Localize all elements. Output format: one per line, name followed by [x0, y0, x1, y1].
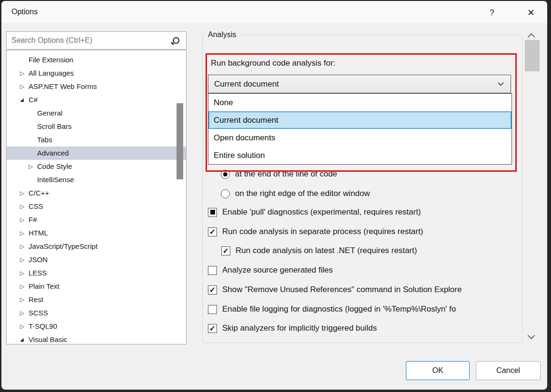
tree-expander-icon[interactable]: ◢	[20, 93, 29, 107]
tree-item[interactable]: ▷ HTML	[7, 226, 186, 240]
tree-item[interactable]: ▷ CSS	[7, 200, 186, 213]
tree-expander-icon[interactable]: ▷	[29, 160, 37, 173]
tree-item-label: C#	[29, 93, 38, 107]
tree-expander-icon[interactable]: ▷	[20, 293, 29, 306]
dropdown-option[interactable]: Entire solution	[208, 147, 512, 164]
tree-item-label: C/C++	[29, 186, 49, 200]
checkbox-icon: ✓	[221, 246, 230, 255]
dropdown-label: Run background code analysis for:	[211, 59, 335, 68]
checkbox-icon	[208, 266, 217, 275]
dropdown-option[interactable]: Open documents	[208, 129, 512, 147]
tree-scrollbar-thumb[interactable]	[177, 103, 183, 179]
tree-item[interactable]: ▷ All Languages	[7, 67, 186, 80]
tree-item-label: Visual Basic	[29, 333, 67, 344]
tree-item-label: LESS	[29, 266, 47, 280]
search-input[interactable]	[7, 36, 173, 45]
radio-icon	[221, 189, 230, 198]
tree-item[interactable]: ▷ LESS	[7, 266, 186, 280]
tree-item-label: SCSS	[29, 306, 48, 320]
tree-item-label: Rest	[29, 293, 43, 306]
checkbox-label: Run code analysis on latest .NET (requir…	[236, 246, 417, 255]
options-dialog: Options ? ✕ File Extension ▷ All Languag…	[1, 1, 547, 390]
tree-item[interactable]: File Extension	[7, 53, 186, 67]
tree-item-label: Advanced	[37, 147, 69, 160]
tree-item[interactable]: ▷ JavaScript/TypeScript	[7, 240, 186, 253]
radio-option[interactable]: at the end of the line of code	[221, 168, 337, 180]
help-icon[interactable]: ?	[484, 6, 500, 20]
tree-expander-icon[interactable]: ▷	[20, 67, 29, 80]
tree-item[interactable]: IntelliSense	[7, 173, 186, 186]
tree-item-label: CSS	[29, 200, 43, 213]
tree-item[interactable]: ▷ ASP.NET Web Forms	[7, 80, 186, 93]
tree-item[interactable]: ◢ Visual Basic	[7, 333, 186, 344]
combobox-value: Current document	[208, 79, 499, 89]
checkbox-label: Skip analyzers for implicitly triggered …	[222, 323, 377, 333]
radio-option[interactable]: on the right edge of the editor window	[221, 187, 370, 200]
checkbox-icon: ✓	[208, 324, 217, 333]
checkbox-option[interactable]: Analyze source generated files	[208, 264, 333, 276]
checkbox-option[interactable]: ✓ Show "Remove Unused References" comman…	[208, 284, 462, 296]
tree-item-label: HTML	[29, 226, 48, 240]
ok-button[interactable]: OK	[406, 361, 470, 380]
tree-expander-icon[interactable]: ▷	[20, 306, 29, 320]
tree-item-label: Scroll Bars	[37, 120, 72, 133]
tree-expander-icon[interactable]: ▷	[20, 213, 29, 226]
checkbox-label: Analyze source generated files	[222, 265, 333, 275]
tree-expander-icon[interactable]: ▷	[20, 320, 29, 333]
checkbox-option[interactable]: ✓ Run code analysis in separate process …	[208, 225, 423, 238]
dropdown-option[interactable]: Current document	[208, 111, 512, 129]
tree-item[interactable]: ▷ Code Style	[7, 160, 186, 173]
tree-item-label: T-SQL90	[29, 320, 57, 333]
tree-item[interactable]: ▷ T-SQL90	[7, 320, 186, 333]
tree-expander-icon[interactable]: ▷	[20, 200, 29, 213]
tree-item[interactable]: Advanced	[7, 147, 186, 160]
tree-item-label: General	[37, 107, 62, 120]
tree-expander-icon[interactable]: ▷	[20, 80, 29, 93]
combobox-dropdown-list: None Current document Open documents Ent…	[208, 93, 512, 165]
panel-scrollbar-thumb[interactable]	[525, 40, 540, 71]
checkbox-option[interactable]: ✓ Run code analysis on latest .NET (requ…	[221, 245, 417, 257]
cancel-button[interactable]: Cancel	[476, 361, 541, 380]
tree-expander-icon[interactable]: ▷	[20, 186, 29, 200]
search-icon[interactable]	[173, 37, 179, 44]
search-box	[6, 31, 187, 49]
tree-item[interactable]: ▷ JSON	[7, 253, 186, 266]
checkbox-option[interactable]: ✓ Skip analyzers for implicitly triggere…	[208, 322, 377, 334]
tree-expander-icon[interactable]: ▷	[20, 226, 29, 240]
tree-expander-icon[interactable]: ▷	[20, 266, 29, 280]
dropdown-option[interactable]: None	[208, 94, 512, 111]
tree-item[interactable]: ▷ Rest	[7, 293, 186, 306]
checkbox-label: Enable file logging for diagnostics (log…	[222, 304, 456, 314]
checkbox-icon	[208, 208, 217, 217]
analysis-group-title: Analysis	[205, 30, 239, 39]
tree-item[interactable]: ▷ Plain Text	[7, 280, 186, 293]
background-analysis-combobox[interactable]: Current document	[208, 75, 511, 93]
tree-expander-icon[interactable]: ▷	[20, 253, 29, 266]
checkbox-icon: ✓	[208, 285, 217, 294]
tree-item-label: Code Style	[37, 160, 72, 173]
tree-item[interactable]: Scroll Bars	[7, 120, 186, 133]
checkbox-option[interactable]: Enable 'pull' diagnostics (experimental,…	[208, 206, 421, 218]
tree-item[interactable]: General	[7, 107, 186, 120]
scroll-down-icon[interactable]	[528, 332, 535, 340]
tree-item[interactable]: ▷ C/C++	[7, 186, 186, 200]
tree-item[interactable]: ◢ C#	[7, 93, 186, 107]
tree-item[interactable]: Tabs	[7, 133, 186, 147]
scroll-up-icon[interactable]	[528, 33, 535, 41]
tree-expander-icon[interactable]: ▷	[20, 280, 29, 293]
tree-item[interactable]: ▷ F#	[7, 213, 186, 226]
radio-label: at the end of the line of code	[235, 169, 337, 179]
close-icon[interactable]: ✕	[523, 6, 539, 20]
tree-item[interactable]: ▷ SCSS	[7, 306, 186, 320]
checkbox-icon	[208, 305, 217, 314]
tree-expander-icon[interactable]: ▷	[20, 240, 29, 253]
tree-item-label: All Languages	[29, 67, 74, 80]
tree-item-label: F#	[29, 213, 37, 226]
chevron-down-icon	[498, 80, 504, 86]
checkbox-option[interactable]: Enable file logging for diagnostics (log…	[208, 303, 456, 315]
options-tree: File Extension ▷ All Languages ▷ ASP.NET…	[6, 50, 187, 344]
tree-item-label: JavaScript/TypeScript	[29, 240, 98, 253]
radio-icon	[221, 170, 230, 179]
checkbox-label: Run code analysis in separate process (r…	[222, 227, 423, 236]
tree-expander-icon[interactable]: ◢	[20, 333, 29, 344]
